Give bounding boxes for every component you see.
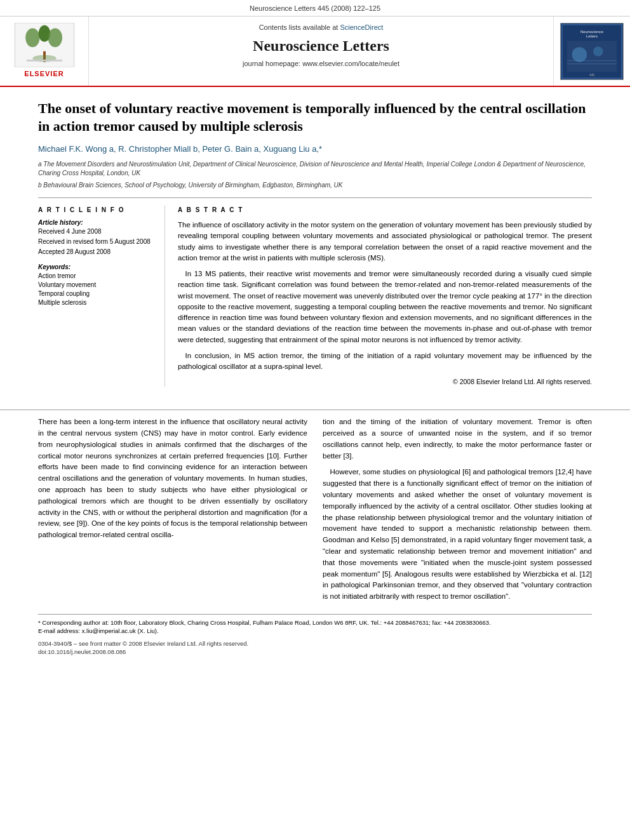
body-divider: [0, 410, 630, 410]
svg-point-1: [25, 29, 39, 48]
article-meta-row: A R T I C L E I N F O Article history: R…: [38, 206, 592, 387]
citation-text: Neuroscience Letters 445 (2008) 122–125: [250, 4, 380, 12]
article-info-heading: A R T I C L E I N F O: [38, 206, 154, 215]
journal-title: Neuroscience Letters: [102, 37, 540, 55]
cover-svg: Neuroscience Letters 445: [561, 23, 623, 80]
received-date: Received 4 June 2008: [38, 227, 154, 236]
keyword-4: Multiple sclerosis: [38, 298, 154, 307]
body-col-right: tion and the timing of the initiation of…: [323, 417, 592, 608]
keyword-1: Action tremor: [38, 272, 154, 281]
footer-info: 0304-3940/$ – see front matter © 2008 El…: [0, 636, 630, 660]
doi-text: doi:10.1016/j.neulet.2008.08.086: [38, 648, 592, 656]
sciencedirect-info: Contents lists available at ScienceDirec…: [102, 23, 540, 32]
article-content: The onset of voluntary reactive movement…: [0, 87, 630, 410]
abstract-paragraph-2: In 13 MS patients, their reactive wrist …: [178, 269, 592, 345]
page-wrapper: Neuroscience Letters 445 (2008) 122–125 …: [0, 0, 630, 660]
footnote-corresponding-text: * Corresponding author at: 10th floor, L…: [38, 619, 491, 626]
affiliation-b: b Behavioural Brain Sciences, School of …: [38, 181, 592, 190]
accepted-date: Accepted 28 August 2008: [38, 248, 154, 257]
svg-text:Neuroscience: Neuroscience: [580, 29, 603, 33]
homepage-text: journal homepage: www.elsevier.com/locat…: [243, 60, 399, 67]
elsevier-tree-icon: [13, 23, 76, 67]
body-col1-p1: There has been a long-term interest in t…: [38, 417, 307, 541]
article-title: The onset of voluntary reactive movement…: [38, 100, 592, 136]
article-info-column: A R T I C L E I N F O Article history: R…: [38, 206, 165, 387]
svg-point-3: [48, 29, 62, 48]
affiliation-a: a The Movement Disorders and Neurostimul…: [38, 160, 592, 178]
header-divider: [38, 197, 592, 198]
affiliation-a-text: a The Movement Disorders and Neurostimul…: [38, 161, 586, 177]
citation-bar: Neuroscience Letters 445 (2008) 122–125: [0, 0, 630, 17]
sciencedirect-link[interactable]: ScienceDirect: [340, 23, 383, 31]
abstract-paragraph-3: In conclusion, in MS action tremor, the …: [178, 350, 592, 373]
journal-header: ELSEVIER Contents lists available at Sci…: [0, 17, 630, 86]
elsevier-label: ELSEVIER: [24, 69, 64, 79]
keyword-2: Voluntary movement: [38, 281, 154, 290]
journal-homepage: journal homepage: www.elsevier.com/locat…: [102, 59, 540, 69]
svg-rect-6: [27, 60, 62, 62]
svg-point-13: [593, 46, 603, 57]
abstract-heading: A B S T R A C T: [178, 206, 592, 215]
svg-text:445: 445: [589, 74, 594, 77]
svg-text:Letters: Letters: [586, 34, 598, 38]
journal-cover-area: Neuroscience Letters 445: [554, 17, 630, 85]
svg-point-12: [572, 47, 587, 62]
footnote-section: * Corresponding author at: 10th floor, L…: [38, 614, 592, 636]
journal-header-center: Contents lists available at ScienceDirec…: [89, 17, 554, 85]
body-col-left: There has been a long-term interest in t…: [38, 417, 307, 608]
body-col2-p2: However, some studies on physiological […: [323, 467, 592, 603]
abstract-paragraph-1: The influence of oscillatory activity in…: [178, 220, 592, 263]
elsevier-logo: ELSEVIER: [13, 23, 76, 79]
abstract-text: The influence of oscillatory activity in…: [178, 220, 592, 372]
authors-line: Michael F.K. Wong a, R. Christopher Mial…: [38, 143, 592, 155]
sciencedirect-text: Contents lists available at: [259, 23, 340, 31]
abstract-column: A B S T R A C T The influence of oscilla…: [178, 206, 592, 387]
affiliation-b-text: b Behavioural Brain Sciences, School of …: [38, 182, 342, 189]
body-columns: There has been a long-term interest in t…: [0, 417, 630, 608]
revised-date: Received in revised form 5 August 2008: [38, 237, 154, 246]
elsevier-branding: ELSEVIER: [0, 17, 89, 85]
journal-cover-image: Neuroscience Letters 445: [560, 23, 624, 80]
body-col2-p1: tion and the timing of the initiation of…: [323, 417, 592, 462]
issn-text: 0304-3940/$ – see front matter © 2008 El…: [38, 639, 592, 648]
keywords-label: Keywords:: [38, 263, 154, 272]
footnote-email: E-mail address: x.liu@imperial.ac.uk (X.…: [38, 627, 592, 635]
keyword-3: Temporal coupling: [38, 290, 154, 298]
footnote-email-text: E-mail address: x.liu@imperial.ac.uk (X.…: [38, 627, 159, 634]
article-history-label: Article history:: [38, 218, 154, 227]
copyright-text: © 2008 Elsevier Ireland Ltd. All rights …: [178, 377, 592, 387]
footnote-corresponding: * Corresponding author at: 10th floor, L…: [38, 618, 592, 627]
